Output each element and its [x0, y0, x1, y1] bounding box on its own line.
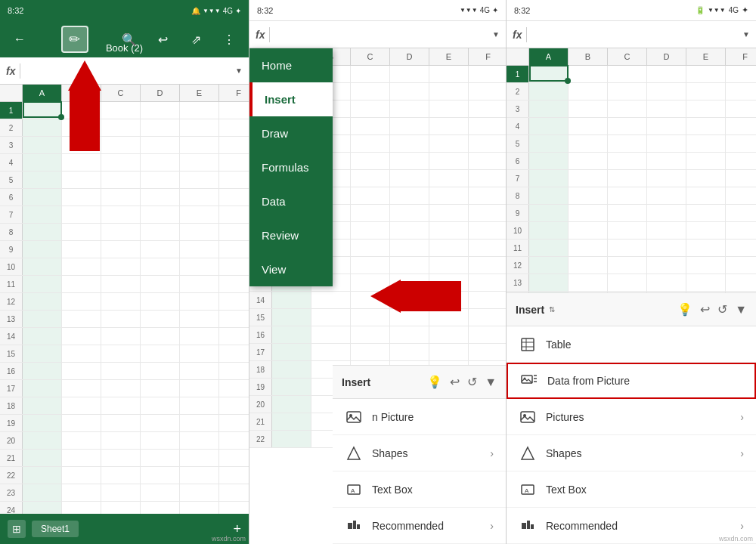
left-cell-1-0[interactable] [23, 102, 62, 119]
left-cell-2-0[interactable] [23, 119, 62, 136]
left-cell-1-4[interactable] [180, 102, 219, 119]
right-cell-3-2[interactable] [608, 100, 647, 117]
right-cell-12-0[interactable] [529, 257, 569, 274]
right-cell-3-3[interactable] [647, 100, 686, 117]
left-cell-2-4[interactable] [180, 119, 219, 136]
left-cell-4-4[interactable] [180, 154, 219, 171]
right-cell-4-1[interactable] [569, 118, 608, 134]
right-col-e[interactable]: E [686, 48, 726, 65]
left-cell-22-1[interactable] [62, 467, 101, 484]
mid-cell-15-5[interactable] [469, 309, 506, 326]
mid-cell-10-5[interactable] [469, 222, 506, 239]
left-cell-3-3[interactable] [141, 137, 180, 153]
left-cell-13-1[interactable] [62, 311, 101, 327]
left-cell-1-5[interactable] [219, 102, 249, 119]
right-cell-11-2[interactable] [608, 240, 647, 256]
right-cell-13-2[interactable] [608, 274, 647, 291]
left-cell-18-0[interactable] [23, 397, 62, 414]
mid-cell-17-0[interactable] [272, 344, 311, 360]
mid-cell-15-2[interactable] [351, 309, 390, 326]
left-cell-21-5[interactable] [219, 450, 249, 466]
left-cell-21-4[interactable] [180, 450, 219, 466]
right-cell-8-0[interactable] [529, 187, 569, 204]
right-formula-input[interactable] [531, 29, 738, 40]
left-cell-23-1[interactable] [62, 484, 101, 501]
left-cell-10-3[interactable] [141, 258, 180, 275]
right-cell-10-2[interactable] [608, 222, 647, 239]
right-cell-9-5[interactable] [726, 205, 756, 221]
right-cell-7-0[interactable] [529, 170, 569, 187]
right-cell-6-5[interactable] [726, 153, 756, 169]
right-cell-2-3[interactable] [647, 83, 686, 100]
left-cell-22-0[interactable] [23, 467, 62, 484]
left-cell-17-5[interactable] [219, 380, 249, 397]
right-insert-shapes[interactable]: Shapes › [507, 435, 756, 471]
right-cell-6-1[interactable] [569, 153, 608, 169]
right-cell-3-4[interactable] [686, 100, 726, 117]
right-cell-11-1[interactable] [569, 240, 608, 256]
menu-insert[interactable]: Insert [249, 82, 333, 116]
right-cell-1-2[interactable] [608, 66, 647, 82]
right-cell-4-5[interactable] [726, 118, 756, 134]
left-cell-17-4[interactable] [180, 380, 219, 397]
left-cell-11-1[interactable] [62, 276, 101, 292]
left-cell-3-4[interactable] [180, 137, 219, 153]
mid-cell-9-3[interactable] [390, 205, 429, 221]
mid-redo-icon[interactable]: ↺ [467, 375, 477, 389]
mid-cell-7-2[interactable] [351, 170, 390, 187]
right-cell-8-3[interactable] [647, 187, 686, 204]
right-insert-data-from-picture[interactable]: Data from Picture [507, 363, 756, 399]
left-cell-14-2[interactable] [101, 328, 141, 345]
mid-cell-17-3[interactable] [390, 344, 429, 360]
mid-cell-16-5[interactable] [469, 326, 506, 343]
left-cell-13-5[interactable] [219, 311, 249, 327]
right-col-c[interactable]: C [608, 48, 647, 65]
mid-cell-1-4[interactable] [429, 66, 469, 82]
menu-data[interactable]: Data [249, 184, 333, 218]
left-cell-22-4[interactable] [180, 467, 219, 484]
left-cell-7-2[interactable] [101, 206, 141, 223]
right-cell-12-2[interactable] [608, 257, 647, 274]
left-cell-13-4[interactable] [180, 311, 219, 327]
mid-cell-13-5[interactable] [469, 274, 506, 291]
left-cell-15-2[interactable] [101, 345, 141, 362]
left-cell-23-3[interactable] [141, 484, 180, 501]
mid-cell-3-3[interactable] [390, 100, 429, 117]
right-col-d[interactable]: D [647, 48, 686, 65]
left-cell-8-3[interactable] [141, 224, 180, 240]
mid-cell-13-3[interactable] [390, 274, 429, 291]
right-cell-12-4[interactable] [686, 257, 726, 274]
mid-cell-14-4[interactable] [429, 292, 469, 308]
right-cell-1-5[interactable] [726, 66, 756, 82]
right-cell-2-0[interactable] [529, 83, 569, 100]
mid-cell-21-0[interactable] [272, 413, 311, 430]
right-cell-7-5[interactable] [726, 170, 756, 187]
right-col-a[interactable]: A [529, 48, 569, 65]
right-cell-5-1[interactable] [569, 135, 608, 152]
right-cell-4-2[interactable] [608, 118, 647, 134]
mid-cell-11-3[interactable] [390, 240, 429, 256]
mid-undo-icon[interactable]: ↩ [450, 375, 460, 389]
mid-cell-15-0[interactable] [272, 309, 311, 326]
left-cell-15-3[interactable] [141, 345, 180, 362]
mid-col-d[interactable]: D [390, 48, 429, 65]
mid-cell-12-4[interactable] [429, 257, 469, 274]
mid-cell-5-3[interactable] [390, 135, 429, 152]
right-cell-9-2[interactable] [608, 205, 647, 221]
left-cell-5-5[interactable] [219, 172, 249, 188]
edit-button[interactable]: ✏ [61, 26, 88, 53]
mid-cell-10-2[interactable] [351, 222, 390, 239]
left-cell-15-1[interactable] [62, 345, 101, 362]
right-cell-5-2[interactable] [608, 135, 647, 152]
left-cell-20-0[interactable] [23, 432, 62, 449]
undo-button[interactable]: ↩ [149, 26, 176, 53]
left-cell-4-3[interactable] [141, 154, 180, 171]
right-cell-7-1[interactable] [569, 170, 608, 187]
mid-cell-16-2[interactable] [351, 326, 390, 343]
mid-cell-1-5[interactable] [469, 66, 506, 82]
right-cell-9-4[interactable] [686, 205, 726, 221]
right-cell-11-4[interactable] [686, 240, 726, 256]
right-cell-11-5[interactable] [726, 240, 756, 256]
right-col-f[interactable]: F [726, 48, 756, 65]
mid-cell-5-4[interactable] [429, 135, 469, 152]
